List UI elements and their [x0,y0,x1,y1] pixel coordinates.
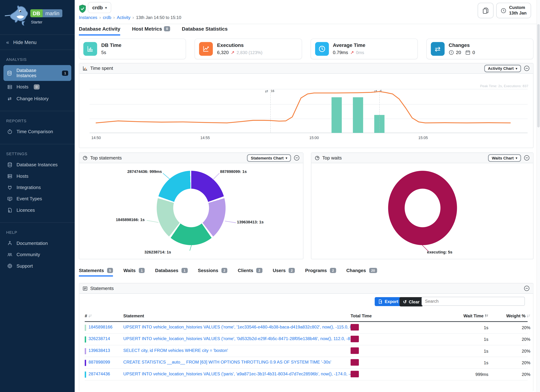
card-db-time[interactable]: DB Time 5s [79,39,186,59]
hide-menu-button[interactable]: « Hide Menu [0,34,75,50]
statements-chart-selector[interactable]: Statements Chart ▾ [247,154,291,162]
scrollbar[interactable] [537,0,540,392]
export-button[interactable]: Export [375,297,402,306]
statement-id-link[interactable]: 139638413 [88,348,110,353]
tab-waits[interactable]: Waits1 [123,268,145,276]
clear-label: Clear [409,299,420,304]
card-executions[interactable]: Executions 6,320 ↗ 2,830 (123%) [195,39,302,59]
sidebar-item-database-instances[interactable]: Database Instances 1 [3,65,71,81]
col-wait-time[interactable]: Wait Time [402,314,488,318]
sidebar-item-event-types[interactable]: Event Types [3,194,71,204]
sidebar-item-database-instances-settings[interactable]: Database Instances [3,159,71,170]
sidebar-item-label: Support [16,263,33,268]
collapse-icon: « [6,39,9,45]
tab-label: Changes [346,268,366,273]
donut-hole [405,189,440,227]
time-range-mode: Custom [509,5,525,10]
count-badge: 1 [182,268,188,273]
sidebar-item-support[interactable]: Support [3,261,71,271]
table-row: 287474436 UPSERT INTO vehicle_location_h… [85,369,528,380]
sidebar-item-label: Hosts [16,84,28,89]
time-range-button[interactable]: Custom 13th Jan [496,3,531,18]
tab-statements[interactable]: Statements5 [79,268,113,276]
table-row: 139638413 SELECT city, id FROM vehicles … [85,345,528,357]
collapse-panel-icon[interactable] [294,155,300,161]
tab-changes[interactable]: Changes20 [346,268,377,276]
panel-title: Time spent [90,66,113,71]
statement-id-link[interactable]: 326238714 [88,336,110,341]
statement-link[interactable]: UPSERT INTO vehicle_location_histories V… [123,325,350,330]
breadcrumb-separator: › [113,15,115,20]
sidebar-item-documentation[interactable]: Documentation [3,238,71,249]
statement-link[interactable]: CREATE STATISTICS __auto__ FROM [63] WIT… [123,360,331,365]
scrollbar-thumb[interactable] [537,24,540,127]
statement-color-chip [85,360,86,366]
event-count: 0 [472,49,475,56]
sidebar-item-time-comparison[interactable]: Time Comparison [3,126,71,137]
table-row: 887898099 CREATE STATISTICS __auto__ FRO… [85,357,528,369]
collapse-panel-icon[interactable] [524,65,530,71]
tab-host-metrics[interactable]: Host Metrics 0 [132,26,170,35]
sidebar-item-change-history[interactable]: ⇄ Change History [3,93,71,104]
sidebar-item-hosts-settings[interactable]: Hosts [3,171,71,182]
copy-link-button[interactable] [478,3,493,18]
statement-link[interactable]: UPSERT INTO vehicle_location_histories V… [123,336,350,341]
panel-title: Top statements [90,155,122,160]
activity-chart-selector[interactable]: Activity Chart ▾ [484,65,521,72]
breadcrumb-instances[interactable]: Instances [79,15,97,20]
panel-title: Statements [90,286,114,291]
statement-id-link[interactable]: 287474436 [88,371,110,376]
sidebar-item-label: Integrations [16,185,41,190]
top-statements-chart[interactable]: 287474436: 999ms 887898099: 1s 184589816… [79,163,303,260]
statement-link[interactable]: SELECT city, id FROM vehicles WHERE city… [123,348,228,353]
card-changes[interactable]: ⇄ Changes 20 0 [426,39,534,59]
statement-id-link[interactable]: 1845898166 [88,324,112,329]
copy-icon [483,7,489,14]
tab-database-statistics[interactable]: Database Statistics [182,26,228,35]
top-waits-chart[interactable]: executing: 5s [311,163,533,260]
tab-clients[interactable]: Clients2 [238,268,262,276]
time-spent-chart[interactable]: Peak Time: 2s, Executions: 837 ⇄16⇄414:5… [79,74,533,148]
card-average-time[interactable]: Average Time 0.79ms ↗ 0ms [310,39,418,59]
edition-label: Starter [31,20,42,24]
tab-database-activity[interactable]: Database Activity [79,26,120,35]
clear-button[interactable]: ↺ Clear [400,297,423,307]
col-num[interactable]: # [85,314,123,318]
sidebar-item-integrations[interactable]: Integrations [3,182,71,193]
clock-icon [315,42,329,56]
collapse-panel-icon[interactable] [524,286,530,291]
col-statement[interactable]: Statement [123,314,350,318]
sidebar-section-analysis: ANALYSIS Database Instances 1 Hosts 0 ⇄ … [0,50,75,107]
tab-users[interactable]: Users2 [273,268,295,276]
chevron-down-icon: ▾ [285,156,287,159]
sidebar-item-licences[interactable]: Licences [3,205,71,215]
tab-label: Users [273,268,285,273]
collapse-panel-icon[interactable] [524,155,530,161]
sidebar-item-label: Documentation [16,241,48,246]
instance-selector[interactable]: crdb ▾ [88,2,111,13]
sidebar-item-community[interactable]: Community [3,249,71,260]
tab-programs[interactable]: Programs2 [305,268,336,276]
waits-chart-selector[interactable]: Waits Chart ▾ [488,154,521,162]
wait-time-value: 1s [402,325,488,330]
breadcrumb-crdb[interactable]: crdb [103,15,111,20]
breadcrumb-activity[interactable]: Activity [117,15,130,20]
statement-id-link[interactable]: 887898099 [88,360,110,364]
total-time-bar [350,335,359,342]
col-weight[interactable]: Weight % [488,314,530,318]
panel-title: Top waits [322,155,342,160]
count-badge: 1 [62,70,68,75]
metric-cards: DB Time 5s Executions 6,320 ↗ 2,830 (123… [79,39,533,59]
clock-icon [501,8,506,13]
col-total-time[interactable]: Total Time [350,314,402,318]
tab-databases[interactable]: Databases1 [155,268,187,276]
logo[interactable]: DBmarlin Starter [0,0,75,34]
sidebar-item-hosts[interactable]: Hosts 0 [3,82,71,92]
search-input[interactable] [421,297,525,306]
chart-selector-label: Statements Chart [251,156,284,160]
tab-sessions[interactable]: Sessions2 [198,268,227,276]
count-badge: 2 [330,268,336,273]
statement-link[interactable]: UPSERT INTO vehicle_location_histories V… [123,372,350,376]
app-root: DBmarlin Starter « Hide Menu ANALYSIS Da… [0,0,540,392]
slice-label: 887898099: 1s [220,169,247,174]
